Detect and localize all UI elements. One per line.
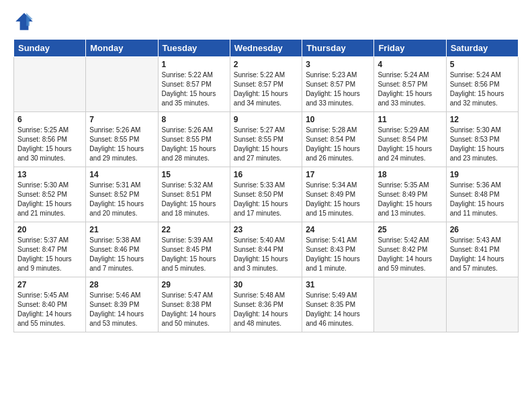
day-number: 27 xyxy=(17,280,82,289)
calendar-cell: 13Sunrise: 5:30 AMSunset: 8:52 PMDayligh… xyxy=(14,167,86,222)
calendar-cell: 10Sunrise: 5:28 AMSunset: 8:54 PMDayligh… xyxy=(302,112,374,167)
day-number: 26 xyxy=(450,225,515,234)
cell-info: Sunrise: 5:24 AMSunset: 8:56 PMDaylight:… xyxy=(450,71,515,108)
day-number: 18 xyxy=(378,170,442,179)
cell-info: Sunrise: 5:22 AMSunset: 8:57 PMDaylight:… xyxy=(234,71,298,108)
calendar-cell: 1Sunrise: 5:22 AMSunset: 8:57 PMDaylight… xyxy=(158,57,230,112)
weekday-header-friday: Friday xyxy=(374,40,446,57)
day-number: 4 xyxy=(378,60,442,69)
cell-info: Sunrise: 5:46 AMSunset: 8:39 PMDaylight:… xyxy=(89,291,154,328)
calendar-cell xyxy=(86,57,158,112)
calendar-header: SundayMondayTuesdayWednesdayThursdayFrid… xyxy=(14,40,519,57)
weekday-header-saturday: Saturday xyxy=(446,40,518,57)
calendar-cell: 21Sunrise: 5:38 AMSunset: 8:46 PMDayligh… xyxy=(86,222,158,277)
day-number: 15 xyxy=(162,170,226,179)
day-number: 31 xyxy=(306,280,370,289)
calendar-cell: 15Sunrise: 5:32 AMSunset: 8:51 PMDayligh… xyxy=(158,167,230,222)
weekday-header-thursday: Thursday xyxy=(302,40,374,57)
weekday-header-row: SundayMondayTuesdayWednesdayThursdayFrid… xyxy=(14,40,519,57)
day-number: 16 xyxy=(234,170,298,179)
day-number: 28 xyxy=(89,280,154,289)
cell-info: Sunrise: 5:26 AMSunset: 8:55 PMDaylight:… xyxy=(89,126,154,163)
day-number: 1 xyxy=(162,60,226,69)
day-number: 13 xyxy=(17,170,82,179)
calendar-table: SundayMondayTuesdayWednesdayThursdayFrid… xyxy=(13,39,519,332)
cell-info: Sunrise: 5:42 AMSunset: 8:42 PMDaylight:… xyxy=(378,236,442,273)
cell-info: Sunrise: 5:23 AMSunset: 8:57 PMDaylight:… xyxy=(306,71,370,108)
calendar-cell: 30Sunrise: 5:48 AMSunset: 8:36 PMDayligh… xyxy=(230,277,302,332)
svg-marker-1 xyxy=(26,13,33,26)
calendar-cell: 12Sunrise: 5:30 AMSunset: 8:53 PMDayligh… xyxy=(446,112,518,167)
calendar-cell: 11Sunrise: 5:29 AMSunset: 8:54 PMDayligh… xyxy=(374,112,446,167)
cell-info: Sunrise: 5:43 AMSunset: 8:41 PMDaylight:… xyxy=(450,236,515,273)
calendar-cell: 14Sunrise: 5:31 AMSunset: 8:52 PMDayligh… xyxy=(86,167,158,222)
cell-info: Sunrise: 5:36 AMSunset: 8:48 PMDaylight:… xyxy=(450,181,515,218)
week-row-2: 6Sunrise: 5:25 AMSunset: 8:56 PMDaylight… xyxy=(14,112,519,167)
calendar-cell: 20Sunrise: 5:37 AMSunset: 8:47 PMDayligh… xyxy=(14,222,86,277)
calendar-cell: 23Sunrise: 5:40 AMSunset: 8:44 PMDayligh… xyxy=(230,222,302,277)
cell-info: Sunrise: 5:35 AMSunset: 8:49 PMDaylight:… xyxy=(378,181,442,218)
calendar-cell: 16Sunrise: 5:33 AMSunset: 8:50 PMDayligh… xyxy=(230,167,302,222)
weekday-header-wednesday: Wednesday xyxy=(230,40,302,57)
day-number: 21 xyxy=(89,225,154,234)
cell-info: Sunrise: 5:30 AMSunset: 8:53 PMDaylight:… xyxy=(450,126,515,163)
day-number: 20 xyxy=(17,225,82,234)
cell-info: Sunrise: 5:37 AMSunset: 8:47 PMDaylight:… xyxy=(17,236,82,273)
day-number: 14 xyxy=(89,170,154,179)
calendar-cell: 5Sunrise: 5:24 AMSunset: 8:56 PMDaylight… xyxy=(446,57,518,112)
weekday-header-sunday: Sunday xyxy=(14,40,86,57)
calendar-cell: 22Sunrise: 5:39 AMSunset: 8:45 PMDayligh… xyxy=(158,222,230,277)
calendar-cell: 28Sunrise: 5:46 AMSunset: 8:39 PMDayligh… xyxy=(86,277,158,332)
calendar-cell: 2Sunrise: 5:22 AMSunset: 8:57 PMDaylight… xyxy=(230,57,302,112)
weekday-header-monday: Monday xyxy=(86,40,158,57)
calendar-cell: 6Sunrise: 5:25 AMSunset: 8:56 PMDaylight… xyxy=(14,112,86,167)
calendar-cell: 18Sunrise: 5:35 AMSunset: 8:49 PMDayligh… xyxy=(374,167,446,222)
cell-info: Sunrise: 5:39 AMSunset: 8:45 PMDaylight:… xyxy=(162,236,226,273)
cell-info: Sunrise: 5:22 AMSunset: 8:57 PMDaylight:… xyxy=(162,71,226,108)
calendar-cell: 25Sunrise: 5:42 AMSunset: 8:42 PMDayligh… xyxy=(374,222,446,277)
day-number: 11 xyxy=(378,115,442,124)
day-number: 3 xyxy=(306,60,370,69)
cell-info: Sunrise: 5:41 AMSunset: 8:43 PMDaylight:… xyxy=(306,236,370,273)
day-number: 5 xyxy=(450,60,515,69)
calendar-body: 1Sunrise: 5:22 AMSunset: 8:57 PMDaylight… xyxy=(14,57,519,332)
day-number: 2 xyxy=(234,60,298,69)
cell-info: Sunrise: 5:34 AMSunset: 8:49 PMDaylight:… xyxy=(306,181,370,218)
cell-info: Sunrise: 5:47 AMSunset: 8:38 PMDaylight:… xyxy=(162,291,226,328)
day-number: 17 xyxy=(306,170,370,179)
day-number: 6 xyxy=(17,115,82,124)
calendar-cell: 31Sunrise: 5:49 AMSunset: 8:35 PMDayligh… xyxy=(302,277,374,332)
calendar-cell: 29Sunrise: 5:47 AMSunset: 8:38 PMDayligh… xyxy=(158,277,230,332)
cell-info: Sunrise: 5:48 AMSunset: 8:36 PMDaylight:… xyxy=(234,291,298,328)
cell-info: Sunrise: 5:32 AMSunset: 8:51 PMDaylight:… xyxy=(162,181,226,218)
calendar-cell: 9Sunrise: 5:27 AMSunset: 8:55 PMDaylight… xyxy=(230,112,302,167)
day-number: 22 xyxy=(162,225,226,234)
cell-info: Sunrise: 5:40 AMSunset: 8:44 PMDaylight:… xyxy=(234,236,298,273)
cell-info: Sunrise: 5:25 AMSunset: 8:56 PMDaylight:… xyxy=(17,126,82,163)
calendar-cell: 26Sunrise: 5:43 AMSunset: 8:41 PMDayligh… xyxy=(446,222,518,277)
calendar-cell: 24Sunrise: 5:41 AMSunset: 8:43 PMDayligh… xyxy=(302,222,374,277)
cell-info: Sunrise: 5:49 AMSunset: 8:35 PMDaylight:… xyxy=(306,291,370,328)
weekday-header-tuesday: Tuesday xyxy=(158,40,230,57)
week-row-5: 27Sunrise: 5:45 AMSunset: 8:40 PMDayligh… xyxy=(14,277,519,332)
page: SundayMondayTuesdayWednesdayThursdayFrid… xyxy=(0,0,532,339)
cell-info: Sunrise: 5:38 AMSunset: 8:46 PMDaylight:… xyxy=(89,236,154,273)
day-number: 30 xyxy=(234,280,298,289)
day-number: 7 xyxy=(89,115,154,124)
calendar-cell xyxy=(374,277,446,332)
day-number: 25 xyxy=(378,225,442,234)
day-number: 9 xyxy=(234,115,298,124)
calendar-cell: 4Sunrise: 5:24 AMSunset: 8:57 PMDaylight… xyxy=(374,57,446,112)
cell-info: Sunrise: 5:45 AMSunset: 8:40 PMDaylight:… xyxy=(17,291,82,328)
week-row-3: 13Sunrise: 5:30 AMSunset: 8:52 PMDayligh… xyxy=(14,167,519,222)
calendar-cell xyxy=(446,277,518,332)
svg-marker-0 xyxy=(15,13,33,30)
week-row-1: 1Sunrise: 5:22 AMSunset: 8:57 PMDaylight… xyxy=(14,57,519,112)
header xyxy=(13,11,519,32)
day-number: 19 xyxy=(450,170,515,179)
cell-info: Sunrise: 5:27 AMSunset: 8:55 PMDaylight:… xyxy=(234,126,298,163)
logo xyxy=(13,11,38,32)
day-number: 12 xyxy=(450,115,515,124)
calendar-cell: 8Sunrise: 5:26 AMSunset: 8:55 PMDaylight… xyxy=(158,112,230,167)
day-number: 8 xyxy=(162,115,226,124)
